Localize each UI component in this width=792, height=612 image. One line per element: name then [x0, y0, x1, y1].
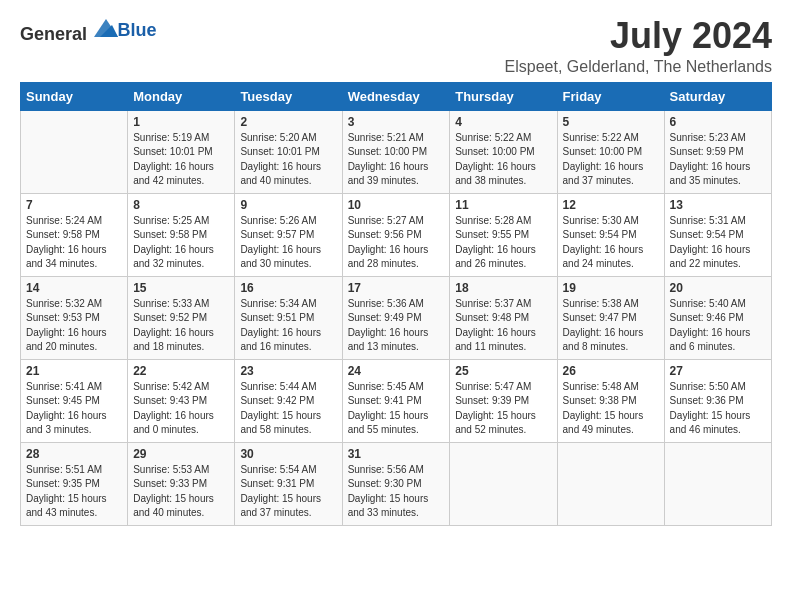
- day-info: Sunrise: 5:20 AMSunset: 10:01 PMDaylight…: [240, 131, 336, 189]
- day-number: 22: [133, 364, 229, 378]
- day-info: Sunrise: 5:25 AMSunset: 9:58 PMDaylight:…: [133, 214, 229, 272]
- day-number: 28: [26, 447, 122, 461]
- day-info: Sunrise: 5:44 AMSunset: 9:42 PMDaylight:…: [240, 380, 336, 438]
- day-number: 18: [455, 281, 551, 295]
- day-info: Sunrise: 5:23 AMSunset: 9:59 PMDaylight:…: [670, 131, 766, 189]
- day-number: 13: [670, 198, 766, 212]
- day-number: 17: [348, 281, 445, 295]
- day-number: 27: [670, 364, 766, 378]
- title-area: July 2024 Elspeet, Gelderland, The Nethe…: [505, 16, 772, 76]
- calendar-cell: 29Sunrise: 5:53 AMSunset: 9:33 PMDayligh…: [128, 442, 235, 525]
- column-header-friday: Friday: [557, 82, 664, 110]
- calendar-cell: 15Sunrise: 5:33 AMSunset: 9:52 PMDayligh…: [128, 276, 235, 359]
- calendar-cell: 24Sunrise: 5:45 AMSunset: 9:41 PMDayligh…: [342, 359, 450, 442]
- calendar-cell: 22Sunrise: 5:42 AMSunset: 9:43 PMDayligh…: [128, 359, 235, 442]
- day-info: Sunrise: 5:41 AMSunset: 9:45 PMDaylight:…: [26, 380, 122, 438]
- day-info: Sunrise: 5:24 AMSunset: 9:58 PMDaylight:…: [26, 214, 122, 272]
- calendar-cell: 27Sunrise: 5:50 AMSunset: 9:36 PMDayligh…: [664, 359, 771, 442]
- location-subtitle: Elspeet, Gelderland, The Netherlands: [505, 58, 772, 76]
- calendar-cell: 13Sunrise: 5:31 AMSunset: 9:54 PMDayligh…: [664, 193, 771, 276]
- day-number: 24: [348, 364, 445, 378]
- day-number: 29: [133, 447, 229, 461]
- day-number: 3: [348, 115, 445, 129]
- calendar-cell: 12Sunrise: 5:30 AMSunset: 9:54 PMDayligh…: [557, 193, 664, 276]
- day-number: 30: [240, 447, 336, 461]
- day-info: Sunrise: 5:40 AMSunset: 9:46 PMDaylight:…: [670, 297, 766, 355]
- day-info: Sunrise: 5:28 AMSunset: 9:55 PMDaylight:…: [455, 214, 551, 272]
- day-info: Sunrise: 5:56 AMSunset: 9:30 PMDaylight:…: [348, 463, 445, 521]
- calendar-cell: 18Sunrise: 5:37 AMSunset: 9:48 PMDayligh…: [450, 276, 557, 359]
- calendar-cell: 6Sunrise: 5:23 AMSunset: 9:59 PMDaylight…: [664, 110, 771, 193]
- day-info: Sunrise: 5:38 AMSunset: 9:47 PMDaylight:…: [563, 297, 659, 355]
- calendar-cell: 31Sunrise: 5:56 AMSunset: 9:30 PMDayligh…: [342, 442, 450, 525]
- calendar-week-row: 28Sunrise: 5:51 AMSunset: 9:35 PMDayligh…: [21, 442, 772, 525]
- calendar-cell: 21Sunrise: 5:41 AMSunset: 9:45 PMDayligh…: [21, 359, 128, 442]
- calendar-week-row: 1Sunrise: 5:19 AMSunset: 10:01 PMDayligh…: [21, 110, 772, 193]
- calendar-cell: 28Sunrise: 5:51 AMSunset: 9:35 PMDayligh…: [21, 442, 128, 525]
- calendar-table: SundayMondayTuesdayWednesdayThursdayFrid…: [20, 82, 772, 526]
- day-number: 6: [670, 115, 766, 129]
- day-info: Sunrise: 5:30 AMSunset: 9:54 PMDaylight:…: [563, 214, 659, 272]
- calendar-cell: 5Sunrise: 5:22 AMSunset: 10:00 PMDayligh…: [557, 110, 664, 193]
- calendar-cell: [557, 442, 664, 525]
- day-number: 20: [670, 281, 766, 295]
- calendar-cell: 25Sunrise: 5:47 AMSunset: 9:39 PMDayligh…: [450, 359, 557, 442]
- day-info: Sunrise: 5:45 AMSunset: 9:41 PMDaylight:…: [348, 380, 445, 438]
- calendar-cell: [21, 110, 128, 193]
- logo-general: General: [20, 24, 87, 44]
- day-number: 12: [563, 198, 659, 212]
- day-number: 1: [133, 115, 229, 129]
- day-info: Sunrise: 5:53 AMSunset: 9:33 PMDaylight:…: [133, 463, 229, 521]
- calendar-cell: 10Sunrise: 5:27 AMSunset: 9:56 PMDayligh…: [342, 193, 450, 276]
- calendar-cell: 19Sunrise: 5:38 AMSunset: 9:47 PMDayligh…: [557, 276, 664, 359]
- day-info: Sunrise: 5:31 AMSunset: 9:54 PMDaylight:…: [670, 214, 766, 272]
- day-info: Sunrise: 5:19 AMSunset: 10:01 PMDaylight…: [133, 131, 229, 189]
- day-number: 11: [455, 198, 551, 212]
- day-number: 5: [563, 115, 659, 129]
- column-header-saturday: Saturday: [664, 82, 771, 110]
- calendar-cell: 11Sunrise: 5:28 AMSunset: 9:55 PMDayligh…: [450, 193, 557, 276]
- day-info: Sunrise: 5:42 AMSunset: 9:43 PMDaylight:…: [133, 380, 229, 438]
- calendar-cell: 17Sunrise: 5:36 AMSunset: 9:49 PMDayligh…: [342, 276, 450, 359]
- calendar-cell: 4Sunrise: 5:22 AMSunset: 10:00 PMDayligh…: [450, 110, 557, 193]
- column-header-thursday: Thursday: [450, 82, 557, 110]
- day-number: 15: [133, 281, 229, 295]
- day-info: Sunrise: 5:26 AMSunset: 9:57 PMDaylight:…: [240, 214, 336, 272]
- calendar-cell: [450, 442, 557, 525]
- day-info: Sunrise: 5:27 AMSunset: 9:56 PMDaylight:…: [348, 214, 445, 272]
- calendar-cell: 1Sunrise: 5:19 AMSunset: 10:01 PMDayligh…: [128, 110, 235, 193]
- day-number: 23: [240, 364, 336, 378]
- day-info: Sunrise: 5:34 AMSunset: 9:51 PMDaylight:…: [240, 297, 336, 355]
- page-header: General Blue July 2024 Elspeet, Gelderla…: [20, 16, 772, 76]
- logo-blue: Blue: [118, 21, 157, 39]
- day-info: Sunrise: 5:50 AMSunset: 9:36 PMDaylight:…: [670, 380, 766, 438]
- calendar-cell: 9Sunrise: 5:26 AMSunset: 9:57 PMDaylight…: [235, 193, 342, 276]
- day-number: 19: [563, 281, 659, 295]
- day-info: Sunrise: 5:47 AMSunset: 9:39 PMDaylight:…: [455, 380, 551, 438]
- calendar-week-row: 7Sunrise: 5:24 AMSunset: 9:58 PMDaylight…: [21, 193, 772, 276]
- calendar-cell: 26Sunrise: 5:48 AMSunset: 9:38 PMDayligh…: [557, 359, 664, 442]
- day-info: Sunrise: 5:33 AMSunset: 9:52 PMDaylight:…: [133, 297, 229, 355]
- calendar-body: 1Sunrise: 5:19 AMSunset: 10:01 PMDayligh…: [21, 110, 772, 525]
- calendar-cell: [664, 442, 771, 525]
- logo: General Blue: [20, 16, 157, 44]
- calendar-cell: 16Sunrise: 5:34 AMSunset: 9:51 PMDayligh…: [235, 276, 342, 359]
- day-number: 31: [348, 447, 445, 461]
- day-number: 16: [240, 281, 336, 295]
- column-header-wednesday: Wednesday: [342, 82, 450, 110]
- calendar-cell: 30Sunrise: 5:54 AMSunset: 9:31 PMDayligh…: [235, 442, 342, 525]
- column-header-tuesday: Tuesday: [235, 82, 342, 110]
- calendar-week-row: 21Sunrise: 5:41 AMSunset: 9:45 PMDayligh…: [21, 359, 772, 442]
- calendar-week-row: 14Sunrise: 5:32 AMSunset: 9:53 PMDayligh…: [21, 276, 772, 359]
- day-number: 9: [240, 198, 336, 212]
- day-info: Sunrise: 5:51 AMSunset: 9:35 PMDaylight:…: [26, 463, 122, 521]
- day-number: 4: [455, 115, 551, 129]
- day-number: 10: [348, 198, 445, 212]
- column-header-monday: Monday: [128, 82, 235, 110]
- calendar-cell: 8Sunrise: 5:25 AMSunset: 9:58 PMDaylight…: [128, 193, 235, 276]
- day-info: Sunrise: 5:37 AMSunset: 9:48 PMDaylight:…: [455, 297, 551, 355]
- day-info: Sunrise: 5:22 AMSunset: 10:00 PMDaylight…: [563, 131, 659, 189]
- column-header-sunday: Sunday: [21, 82, 128, 110]
- day-info: Sunrise: 5:21 AMSunset: 10:00 PMDaylight…: [348, 131, 445, 189]
- calendar-cell: 2Sunrise: 5:20 AMSunset: 10:01 PMDayligh…: [235, 110, 342, 193]
